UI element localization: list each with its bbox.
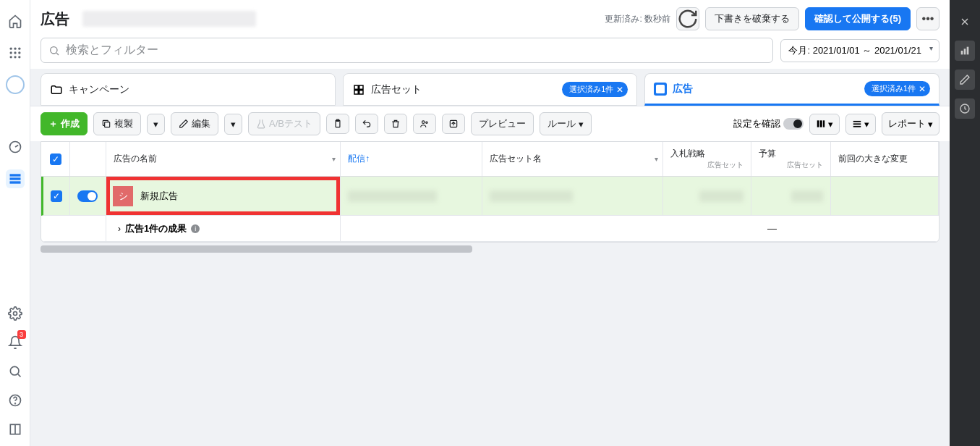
column-adset-name[interactable]: 広告セット名▾ [482,142,663,176]
account-avatar[interactable] [6,75,25,94]
account-name-redacted [82,11,256,27]
svg-point-5 [18,51,20,54]
duplicate-dropdown[interactable]: ▾ [147,114,165,135]
notifications-bell-icon[interactable] [6,333,25,352]
svg-rect-37 [961,51,963,54]
audience-button[interactable] [413,114,436,134]
svg-rect-22 [354,90,358,93]
column-last-change[interactable]: 前回の大きな変更 [831,142,939,176]
summary-dash: — [341,223,939,234]
flask-icon [256,119,266,129]
columns-view-button[interactable]: ▾ [809,114,840,135]
table-icon[interactable] [6,169,25,188]
left-nav-rail [0,0,30,446]
close-panel-icon[interactable] [955,12,975,32]
row-checkbox[interactable]: ✓ [51,190,62,202]
apps-grid-icon[interactable] [6,43,25,62]
svg-point-19 [51,46,57,53]
abtest-button[interactable]: A/Bテスト [248,112,320,135]
svg-rect-34 [853,121,861,122]
search-input[interactable]: 検索とフィルター [41,38,773,63]
row-status-toggle[interactable] [77,190,98,202]
export-button[interactable] [442,114,465,134]
svg-point-1 [14,48,16,50]
svg-point-8 [18,56,20,58]
preview-button[interactable]: プレビュー [471,112,534,135]
column-ad-name[interactable]: 広告の名前▾ [106,142,341,176]
date-range-picker[interactable]: 今月: 2021/01/01 ～ 2021/01/21 [780,39,939,62]
tab-label: 広告セット [371,83,422,96]
svg-point-0 [9,48,12,50]
select-all-checkbox[interactable]: ✓ [50,153,61,165]
sort-icon[interactable]: ▾ [332,155,336,163]
tab-campaign[interactable]: キャンペーン [41,73,336,106]
redacted-cell [699,190,743,202]
svg-rect-25 [105,122,110,127]
column-budget[interactable]: 予算広告セット [751,142,831,176]
duplicate-icon [101,119,111,129]
discard-draft-button[interactable]: 下書きを破棄する [705,7,799,30]
home-icon[interactable] [6,12,25,30]
svg-rect-32 [820,120,822,127]
table-row[interactable]: ✓ シ 新規広告 [41,177,939,216]
help-icon[interactable] [6,391,25,410]
search-filter-row: 検索とフィルター 今月: 2021/01/01 ～ 2021/01/21 [30,38,950,69]
scrollbar-thumb[interactable] [41,245,472,253]
refresh-button[interactable] [676,7,699,30]
edit-dropdown[interactable]: ▾ [224,114,242,135]
svg-rect-23 [359,90,362,93]
svg-rect-11 [9,177,20,180]
svg-rect-33 [823,120,825,127]
review-publish-button[interactable]: 確認して公開する(5) [805,7,911,30]
settings-gear-icon[interactable] [6,304,25,323]
pencil-icon [179,119,189,129]
svg-point-6 [9,56,12,58]
sort-icon[interactable]: ▾ [655,155,658,163]
svg-point-4 [14,51,16,54]
selected-count-pill: 選択済み1件✕ [864,81,930,96]
info-icon[interactable]: i [191,224,200,233]
confirm-settings-toggle[interactable]: 設定を確認 [733,117,804,130]
charts-panel-icon[interactable] [955,41,975,61]
report-button[interactable]: レポート ▾ [882,112,939,135]
create-button[interactable]: ＋作成 [41,112,88,135]
tab-adset[interactable]: 広告セット 選択済み1件✕ [343,73,638,106]
export-icon [448,119,459,129]
column-delivery[interactable]: 配信↑ [341,142,482,176]
svg-rect-35 [853,123,861,125]
tab-ad[interactable]: 広告 選択済み1件✕ [644,73,939,106]
edit-button[interactable]: 編集 [171,112,218,135]
horizontal-scrollbar[interactable] [41,245,939,253]
delete-button[interactable] [384,114,407,134]
edit-panel-icon[interactable] [955,70,975,90]
page-title: 広告 [41,9,69,29]
toggle-switch-icon [783,118,804,130]
chevron-right-icon: › [118,224,121,234]
undo-icon [362,119,372,129]
level-tabs: キャンペーン 広告セット 選択済み1件✕ 広告 選択済み1件✕ [30,69,950,106]
history-panel-icon[interactable] [955,98,975,119]
clear-selection-icon[interactable]: ✕ [919,84,926,94]
duplicate-button[interactable]: 複製 [93,112,141,135]
column-bid-strategy[interactable]: 入札戦略広告セット [663,142,751,176]
redacted-cell [490,190,573,202]
svg-point-3 [9,51,12,54]
gauge-icon[interactable] [6,138,25,156]
clipboard-button[interactable] [326,114,349,134]
svg-rect-24 [656,85,665,93]
summary-toggle[interactable]: › 広告1件の成果 i [106,216,341,241]
search-icon [48,45,60,56]
tab-label: キャンペーン [69,83,129,96]
breakdown-button[interactable]: ▾ [845,114,876,135]
undo-button[interactable] [355,114,378,134]
svg-point-2 [18,48,20,50]
rules-button[interactable]: ルール ▾ [540,112,592,135]
svg-rect-20 [354,85,358,89]
global-search-icon[interactable] [6,362,25,381]
collapse-panel-icon[interactable] [6,420,25,439]
updated-status-text: 更新済み: 数秒前 [605,13,670,25]
more-menu-button[interactable]: ••• [916,7,939,30]
summary-label: 広告1件の成果 [125,222,187,235]
clear-selection-icon[interactable]: ✕ [616,85,623,95]
ad-name-text: 新規広告 [140,190,178,203]
